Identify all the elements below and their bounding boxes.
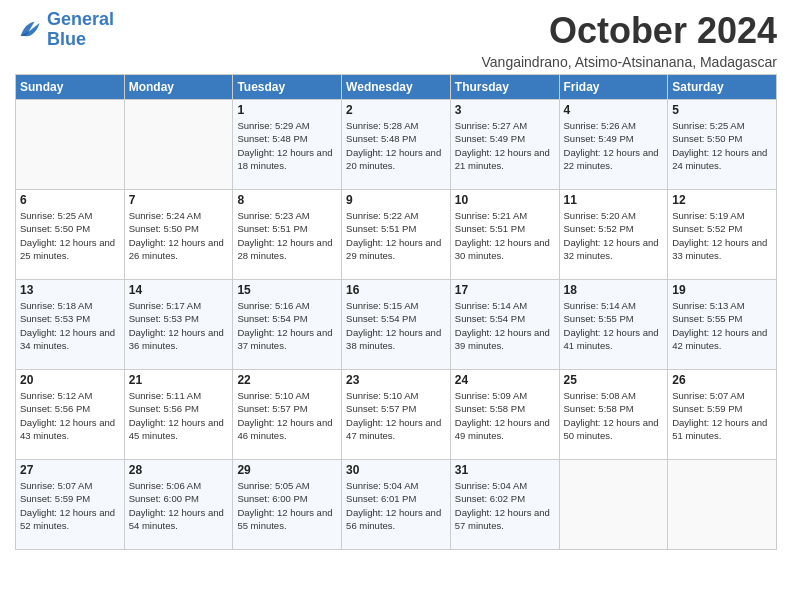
- header-monday: Monday: [124, 75, 233, 100]
- header-row: SundayMondayTuesdayWednesdayThursdayFrid…: [16, 75, 777, 100]
- day-info: Sunrise: 5:17 AM Sunset: 5:53 PM Dayligh…: [129, 299, 229, 352]
- day-info: Sunrise: 5:15 AM Sunset: 5:54 PM Dayligh…: [346, 299, 446, 352]
- calendar-cell: 18Sunrise: 5:14 AM Sunset: 5:55 PM Dayli…: [559, 280, 668, 370]
- calendar-cell: 31Sunrise: 5:04 AM Sunset: 6:02 PM Dayli…: [450, 460, 559, 550]
- calendar-cell: 17Sunrise: 5:14 AM Sunset: 5:54 PM Dayli…: [450, 280, 559, 370]
- day-info: Sunrise: 5:07 AM Sunset: 5:59 PM Dayligh…: [20, 479, 120, 532]
- logo-icon: [15, 16, 43, 44]
- calendar-cell: 24Sunrise: 5:09 AM Sunset: 5:58 PM Dayli…: [450, 370, 559, 460]
- calendar-cell: 6Sunrise: 5:25 AM Sunset: 5:50 PM Daylig…: [16, 190, 125, 280]
- day-number: 27: [20, 463, 120, 477]
- calendar-cell: 7Sunrise: 5:24 AM Sunset: 5:50 PM Daylig…: [124, 190, 233, 280]
- calendar-cell: 23Sunrise: 5:10 AM Sunset: 5:57 PM Dayli…: [342, 370, 451, 460]
- day-info: Sunrise: 5:29 AM Sunset: 5:48 PM Dayligh…: [237, 119, 337, 172]
- day-number: 29: [237, 463, 337, 477]
- day-info: Sunrise: 5:20 AM Sunset: 5:52 PM Dayligh…: [564, 209, 664, 262]
- day-info: Sunrise: 5:09 AM Sunset: 5:58 PM Dayligh…: [455, 389, 555, 442]
- day-info: Sunrise: 5:26 AM Sunset: 5:49 PM Dayligh…: [564, 119, 664, 172]
- day-number: 7: [129, 193, 229, 207]
- day-info: Sunrise: 5:25 AM Sunset: 5:50 PM Dayligh…: [672, 119, 772, 172]
- day-number: 28: [129, 463, 229, 477]
- page-header: General Blue October 2024 Vangaindrano, …: [15, 10, 777, 70]
- day-number: 15: [237, 283, 337, 297]
- calendar-cell: 26Sunrise: 5:07 AM Sunset: 5:59 PM Dayli…: [668, 370, 777, 460]
- header-friday: Friday: [559, 75, 668, 100]
- calendar-cell: 8Sunrise: 5:23 AM Sunset: 5:51 PM Daylig…: [233, 190, 342, 280]
- day-info: Sunrise: 5:24 AM Sunset: 5:50 PM Dayligh…: [129, 209, 229, 262]
- day-number: 24: [455, 373, 555, 387]
- day-number: 8: [237, 193, 337, 207]
- day-info: Sunrise: 5:14 AM Sunset: 5:54 PM Dayligh…: [455, 299, 555, 352]
- calendar-cell: 11Sunrise: 5:20 AM Sunset: 5:52 PM Dayli…: [559, 190, 668, 280]
- calendar-cell: 14Sunrise: 5:17 AM Sunset: 5:53 PM Dayli…: [124, 280, 233, 370]
- calendar-cell: 27Sunrise: 5:07 AM Sunset: 5:59 PM Dayli…: [16, 460, 125, 550]
- day-info: Sunrise: 5:04 AM Sunset: 6:01 PM Dayligh…: [346, 479, 446, 532]
- calendar-cell: [668, 460, 777, 550]
- calendar-cell: 21Sunrise: 5:11 AM Sunset: 5:56 PM Dayli…: [124, 370, 233, 460]
- calendar-cell: 16Sunrise: 5:15 AM Sunset: 5:54 PM Dayli…: [342, 280, 451, 370]
- day-number: 30: [346, 463, 446, 477]
- day-info: Sunrise: 5:07 AM Sunset: 5:59 PM Dayligh…: [672, 389, 772, 442]
- calendar-cell: 25Sunrise: 5:08 AM Sunset: 5:58 PM Dayli…: [559, 370, 668, 460]
- day-number: 3: [455, 103, 555, 117]
- day-number: 4: [564, 103, 664, 117]
- day-info: Sunrise: 5:28 AM Sunset: 5:48 PM Dayligh…: [346, 119, 446, 172]
- day-number: 14: [129, 283, 229, 297]
- week-row-1: 1Sunrise: 5:29 AM Sunset: 5:48 PM Daylig…: [16, 100, 777, 190]
- calendar-cell: 3Sunrise: 5:27 AM Sunset: 5:49 PM Daylig…: [450, 100, 559, 190]
- day-info: Sunrise: 5:04 AM Sunset: 6:02 PM Dayligh…: [455, 479, 555, 532]
- day-info: Sunrise: 5:11 AM Sunset: 5:56 PM Dayligh…: [129, 389, 229, 442]
- header-tuesday: Tuesday: [233, 75, 342, 100]
- header-sunday: Sunday: [16, 75, 125, 100]
- day-number: 22: [237, 373, 337, 387]
- title-block: October 2024 Vangaindrano, Atsimo-Atsina…: [482, 10, 777, 70]
- header-saturday: Saturday: [668, 75, 777, 100]
- day-info: Sunrise: 5:12 AM Sunset: 5:56 PM Dayligh…: [20, 389, 120, 442]
- day-number: 18: [564, 283, 664, 297]
- day-info: Sunrise: 5:21 AM Sunset: 5:51 PM Dayligh…: [455, 209, 555, 262]
- day-info: Sunrise: 5:23 AM Sunset: 5:51 PM Dayligh…: [237, 209, 337, 262]
- calendar-cell: 10Sunrise: 5:21 AM Sunset: 5:51 PM Dayli…: [450, 190, 559, 280]
- day-info: Sunrise: 5:22 AM Sunset: 5:51 PM Dayligh…: [346, 209, 446, 262]
- day-info: Sunrise: 5:27 AM Sunset: 5:49 PM Dayligh…: [455, 119, 555, 172]
- calendar-cell: 12Sunrise: 5:19 AM Sunset: 5:52 PM Dayli…: [668, 190, 777, 280]
- week-row-3: 13Sunrise: 5:18 AM Sunset: 5:53 PM Dayli…: [16, 280, 777, 370]
- day-number: 11: [564, 193, 664, 207]
- calendar-cell: 22Sunrise: 5:10 AM Sunset: 5:57 PM Dayli…: [233, 370, 342, 460]
- day-info: Sunrise: 5:08 AM Sunset: 5:58 PM Dayligh…: [564, 389, 664, 442]
- day-number: 19: [672, 283, 772, 297]
- day-number: 23: [346, 373, 446, 387]
- day-info: Sunrise: 5:05 AM Sunset: 6:00 PM Dayligh…: [237, 479, 337, 532]
- day-info: Sunrise: 5:10 AM Sunset: 5:57 PM Dayligh…: [237, 389, 337, 442]
- day-number: 9: [346, 193, 446, 207]
- day-info: Sunrise: 5:14 AM Sunset: 5:55 PM Dayligh…: [564, 299, 664, 352]
- day-number: 2: [346, 103, 446, 117]
- calendar-cell: 19Sunrise: 5:13 AM Sunset: 5:55 PM Dayli…: [668, 280, 777, 370]
- header-thursday: Thursday: [450, 75, 559, 100]
- calendar-cell: 4Sunrise: 5:26 AM Sunset: 5:49 PM Daylig…: [559, 100, 668, 190]
- day-number: 10: [455, 193, 555, 207]
- calendar-cell: [559, 460, 668, 550]
- header-wednesday: Wednesday: [342, 75, 451, 100]
- day-info: Sunrise: 5:19 AM Sunset: 5:52 PM Dayligh…: [672, 209, 772, 262]
- week-row-5: 27Sunrise: 5:07 AM Sunset: 5:59 PM Dayli…: [16, 460, 777, 550]
- week-row-2: 6Sunrise: 5:25 AM Sunset: 5:50 PM Daylig…: [16, 190, 777, 280]
- day-number: 21: [129, 373, 229, 387]
- day-number: 25: [564, 373, 664, 387]
- day-info: Sunrise: 5:10 AM Sunset: 5:57 PM Dayligh…: [346, 389, 446, 442]
- day-info: Sunrise: 5:06 AM Sunset: 6:00 PM Dayligh…: [129, 479, 229, 532]
- day-number: 6: [20, 193, 120, 207]
- logo: General Blue: [15, 10, 114, 50]
- day-info: Sunrise: 5:25 AM Sunset: 5:50 PM Dayligh…: [20, 209, 120, 262]
- calendar-cell: 5Sunrise: 5:25 AM Sunset: 5:50 PM Daylig…: [668, 100, 777, 190]
- logo-text: General Blue: [47, 10, 114, 50]
- calendar-table: SundayMondayTuesdayWednesdayThursdayFrid…: [15, 74, 777, 550]
- calendar-cell: 15Sunrise: 5:16 AM Sunset: 5:54 PM Dayli…: [233, 280, 342, 370]
- calendar-cell: [124, 100, 233, 190]
- day-number: 17: [455, 283, 555, 297]
- day-info: Sunrise: 5:13 AM Sunset: 5:55 PM Dayligh…: [672, 299, 772, 352]
- day-info: Sunrise: 5:18 AM Sunset: 5:53 PM Dayligh…: [20, 299, 120, 352]
- day-number: 20: [20, 373, 120, 387]
- week-row-4: 20Sunrise: 5:12 AM Sunset: 5:56 PM Dayli…: [16, 370, 777, 460]
- day-number: 13: [20, 283, 120, 297]
